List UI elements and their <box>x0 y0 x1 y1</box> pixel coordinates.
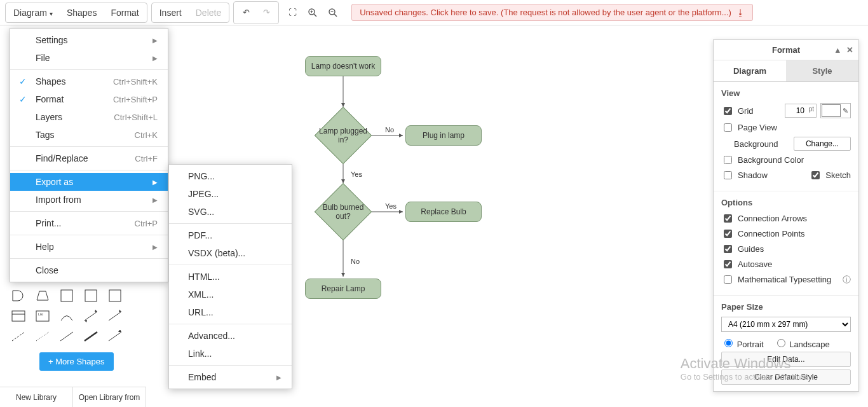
undo-button[interactable]: ↶ <box>236 3 255 22</box>
shape-line-icon[interactable] <box>57 328 76 345</box>
shape-window-icon[interactable] <box>9 308 28 324</box>
shape-arrow2-icon[interactable] <box>105 328 125 345</box>
shape-thick-line-icon[interactable] <box>81 328 100 345</box>
background-change-button[interactable]: Change... <box>794 137 851 151</box>
shape-square-icon[interactable] <box>57 287 76 304</box>
svg-line-28 <box>36 332 49 341</box>
collapse-icon[interactable]: ▴ <box>836 45 840 55</box>
orientation-portrait[interactable]: Portrait <box>721 337 764 349</box>
node-plug-in[interactable]: Plug in lamp <box>405 125 482 146</box>
redo-button[interactable]: ↷ <box>257 3 276 22</box>
menu-settings[interactable]: Settings▶ <box>10 31 168 49</box>
new-library-button[interactable]: New Library <box>0 387 73 407</box>
edit-data-button[interactable]: Edit Data... <box>721 352 851 367</box>
svg-line-5 <box>334 14 337 17</box>
chevron-right-icon: ▶ <box>276 374 281 381</box>
svg-line-29 <box>60 332 73 341</box>
delete-button[interactable]: Delete <box>189 4 227 21</box>
export-png[interactable]: PNG... <box>169 167 292 185</box>
zoom-fit-button[interactable]: ⛶ <box>283 3 302 22</box>
grid-color-swatch[interactable]: ✎ <box>820 103 851 118</box>
unsaved-alert[interactable]: Unsaved changes. Click here to save. (Th… <box>351 4 753 21</box>
shape-square3-icon[interactable] <box>105 287 125 304</box>
guides-checkbox[interactable] <box>724 245 732 253</box>
help-icon[interactable]: ⓘ <box>843 274 851 286</box>
zoom-out-button[interactable] <box>323 3 342 22</box>
menu-separator <box>169 324 292 324</box>
autosave-checkbox[interactable] <box>724 260 732 268</box>
shape-square2-icon[interactable] <box>81 287 100 304</box>
bgcolor-checkbox[interactable] <box>724 156 732 164</box>
menu-find[interactable]: Find/ReplaceCtrl+F <box>10 149 168 167</box>
shape-dash-line-icon[interactable] <box>9 328 28 345</box>
menu-separator <box>10 170 168 170</box>
menu-separator <box>10 258 168 259</box>
tab-diagram[interactable]: Diagram <box>714 60 786 82</box>
format-panel-title: Format ▴ ✕ <box>714 40 858 60</box>
zoom-in-button[interactable] <box>303 3 322 22</box>
export-vsdx[interactable]: VSDX (beta)... <box>169 244 292 262</box>
more-shapes-button[interactable]: + More Shapes <box>39 352 114 371</box>
menu-print[interactable]: Print...Ctrl+P <box>10 214 168 232</box>
svg-line-26 <box>109 312 121 321</box>
tab-style[interactable]: Style <box>786 60 858 82</box>
shape-and-icon[interactable] <box>9 287 28 304</box>
conn-points-checkbox[interactable] <box>724 230 732 238</box>
shape-arrow-bi-icon[interactable] <box>81 308 100 324</box>
shape-arrow-icon[interactable] <box>105 308 125 324</box>
menu-file[interactable]: File▶ <box>10 49 168 67</box>
shape-trapezoid-icon[interactable] <box>33 287 52 304</box>
open-library-button[interactable]: Open Library from <box>73 387 146 407</box>
export-embed[interactable]: Embed▶ <box>169 368 292 386</box>
export-pdf[interactable]: PDF... <box>169 226 292 244</box>
math-label: Mathematical Typesetting <box>738 275 831 284</box>
section-view-heading: View <box>721 88 851 98</box>
svg-line-27 <box>12 332 25 341</box>
menu-shapes[interactable]: Shapes <box>60 4 103 21</box>
export-html[interactable]: HTML... <box>169 268 292 286</box>
export-xml[interactable]: XML... <box>169 286 292 303</box>
svg-rect-18 <box>61 290 72 301</box>
menu-diagram[interactable]: Diagram▾ <box>7 4 59 21</box>
insert-button[interactable]: Insert <box>153 4 188 21</box>
menu-format-toggle[interactable]: ✓FormatCtrl+Shift+P <box>10 90 168 108</box>
shadow-checkbox[interactable] <box>724 171 732 179</box>
paper-size-select[interactable]: A4 (210 mm x 297 mm) <box>721 317 851 332</box>
clear-default-style-button[interactable]: Clear Default Style <box>721 369 851 385</box>
orientation-landscape[interactable]: Landscape <box>774 337 830 349</box>
export-url[interactable]: URL... <box>169 303 292 321</box>
chevron-right-icon: ▶ <box>153 197 158 204</box>
pageview-checkbox[interactable] <box>724 123 732 132</box>
export-advanced[interactable]: Advanced... <box>169 327 292 345</box>
menu-help[interactable]: Help▶ <box>10 238 168 256</box>
svg-line-25 <box>85 312 97 321</box>
shape-curve-icon[interactable] <box>57 308 76 324</box>
shape-dot-line-icon[interactable] <box>33 328 52 345</box>
export-svg[interactable]: SVG... <box>169 203 292 221</box>
conn-arrows-checkbox[interactable] <box>724 214 732 223</box>
menu-layers[interactable]: LayersCtrl+Shift+L <box>10 108 168 126</box>
menu-format[interactable]: Format <box>104 4 145 21</box>
menu-close[interactable]: Close <box>10 261 168 279</box>
grid-checkbox[interactable] <box>724 107 732 115</box>
sketch-checkbox[interactable] <box>811 171 820 179</box>
node-repair[interactable]: Repair Lamp <box>305 279 381 299</box>
node-start[interactable]: Lamp doesn't work <box>305 56 381 76</box>
node-decision-plugged[interactable]: Lamp plugged in? <box>315 107 372 164</box>
menu-shapes-toggle[interactable]: ✓ShapesCtrl+Shift+K <box>10 72 168 90</box>
shadow-label: Shadow <box>738 170 768 180</box>
shapes-palette: List + More Shapes <box>9 267 139 371</box>
library-bottom-bar: New Library Open Library from <box>0 387 146 407</box>
node-decision-bulb[interactable]: Bulb burned out? <box>315 183 372 240</box>
export-jpeg[interactable]: JPEG... <box>169 185 292 203</box>
node-replace-bulb[interactable]: Replace Bulb <box>405 202 482 222</box>
chevron-right-icon: ▶ <box>153 37 158 44</box>
export-link[interactable]: Link... <box>169 345 292 362</box>
close-icon[interactable]: ✕ <box>846 45 853 55</box>
menu-import-from[interactable]: Import from▶ <box>10 191 168 209</box>
shape-list-icon[interactable]: List <box>33 308 52 324</box>
format-panel: Format ▴ ✕ Diagram Style View Grid pt ✎ … <box>713 39 859 392</box>
menu-tags[interactable]: TagsCtrl+K <box>10 126 168 144</box>
menu-export-as[interactable]: Export as▶ <box>10 173 168 191</box>
math-checkbox[interactable] <box>724 275 732 284</box>
